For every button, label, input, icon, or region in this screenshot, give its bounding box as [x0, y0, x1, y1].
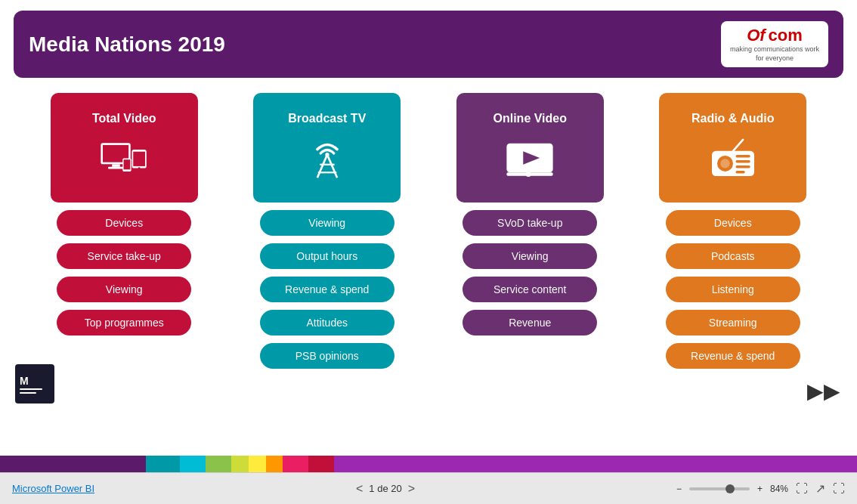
btn-radio-listening[interactable]: Listening [666, 277, 800, 302]
column-radio-audio: Radio & Audio [639, 93, 828, 369]
category-box-total-video[interactable]: Total Video [51, 93, 198, 203]
btn-online-svod-takeup[interactable]: SVoD take-up [463, 210, 597, 236]
column-online-video: Online Video SVoD take-up Viewing Servic… [436, 93, 624, 335]
category-box-radio-audio[interactable]: Radio & Audio [659, 93, 806, 203]
btn-radio-streaming[interactable]: Streaming [666, 310, 800, 335]
category-title-total-video: Total Video [92, 112, 156, 125]
ofcom-logo: Ofcom making communications work for eve… [721, 21, 828, 67]
svg-rect-2 [113, 164, 121, 167]
presenter-box[interactable]: M [15, 364, 54, 404]
category-box-broadcast-tv[interactable]: Broadcast TV [253, 93, 401, 203]
content-area: Total Video [0, 85, 857, 369]
svg-rect-3 [108, 167, 124, 169]
expand-icon[interactable]: ⛶ [833, 482, 845, 496]
btn-total-video-top-programmes[interactable]: Top programmes [57, 310, 191, 335]
btn-broadcast-psb-opinions[interactable]: PSB opinions [260, 343, 394, 369]
svg-point-21 [720, 159, 729, 168]
ofcom-text2: com [769, 26, 803, 45]
btn-total-video-viewing[interactable]: Viewing [57, 277, 191, 302]
btn-broadcast-output-hours[interactable]: Output hours [260, 243, 394, 269]
ofcom-logo-name: Ofcom [747, 26, 803, 45]
svg-rect-5 [134, 152, 146, 166]
zoom-minus[interactable]: − [676, 484, 682, 494]
strip-green [206, 456, 231, 472]
zoom-slider-thumb [726, 484, 735, 493]
svg-point-13 [325, 153, 329, 156]
online-video-icon [503, 131, 556, 184]
next-page-arrow[interactable]: > [408, 482, 415, 496]
presenter-icon[interactable]: M [15, 364, 54, 404]
svg-point-17 [526, 172, 531, 177]
zoom-slider[interactable] [689, 487, 750, 490]
strip-lime [231, 456, 249, 472]
forward-arrows[interactable]: ▶▶ [807, 379, 840, 404]
category-title-online-video: Online Video [493, 112, 568, 125]
broadcast-tv-icon [301, 131, 354, 184]
category-title-broadcast-tv: Broadcast TV [288, 112, 366, 125]
btn-online-service-content[interactable]: Service content [463, 277, 597, 302]
share-icon[interactable]: ↗ [815, 481, 825, 496]
zoom-plus[interactable]: + [757, 484, 763, 494]
controls-bar: Microsoft Power BI < 1 de 20 > − + 84% ⛶… [0, 472, 857, 504]
column-broadcast-tv: Broadcast TV Viewing Outp [234, 93, 422, 369]
main-container: Media Nations 2019 Ofcom making communic… [0, 0, 857, 504]
btn-total-video-service-takeup[interactable]: Service take-up [57, 243, 191, 269]
btn-radio-podcasts[interactable]: Podcasts [666, 243, 800, 269]
color-strip-bar [0, 456, 857, 472]
controls-left: Microsoft Power BI [12, 483, 94, 494]
svg-rect-24 [735, 165, 750, 169]
btn-online-revenue[interactable]: Revenue [463, 310, 597, 335]
color-strip [0, 456, 857, 472]
prev-page-arrow[interactable]: < [356, 482, 363, 496]
strip-orange [266, 456, 283, 472]
fit-screen-icon[interactable]: ⛶ [796, 482, 808, 496]
strip-pink [283, 456, 308, 472]
ofcom-subtitle: making communications work for everyone [730, 45, 819, 63]
zoom-level: 84% [770, 484, 788, 494]
category-title-radio-audio: Radio & Audio [691, 112, 775, 125]
strip-purple [334, 456, 857, 472]
controls-right: − + 84% ⛶ ↗ ⛶ [676, 481, 845, 496]
btn-broadcast-viewing[interactable]: Viewing [260, 210, 394, 236]
svg-rect-23 [735, 160, 750, 163]
radio-audio-icon [707, 131, 760, 184]
svg-point-6 [138, 167, 141, 169]
presenter-line-1 [20, 388, 42, 390]
svg-rect-25 [735, 171, 744, 174]
total-video-icon [97, 131, 150, 184]
slide-area: Total Video [0, 85, 857, 453]
strip-teal [146, 456, 180, 472]
btn-total-video-devices[interactable]: Devices [57, 210, 191, 236]
btn-online-viewing[interactable]: Viewing [463, 243, 597, 269]
category-box-online-video[interactable]: Online Video [456, 93, 604, 203]
btn-radio-devices[interactable]: Devices [666, 210, 800, 236]
strip-red [308, 456, 334, 472]
svg-rect-22 [735, 155, 750, 158]
svg-rect-8 [124, 159, 131, 169]
header: Media Nations 2019 Ofcom making communic… [14, 11, 843, 78]
btn-radio-revenue-spend[interactable]: Revenue & spend [666, 343, 800, 369]
svg-line-9 [317, 155, 327, 178]
strip-yellow [249, 456, 266, 472]
presenter-line-2 [20, 392, 36, 394]
svg-line-10 [327, 155, 337, 178]
controls-center: < 1 de 20 > [356, 482, 415, 496]
svg-line-18 [733, 140, 743, 151]
presenter-lines [20, 388, 42, 394]
powerbi-link[interactable]: Microsoft Power BI [12, 483, 94, 494]
strip-cyan [180, 456, 206, 472]
column-total-video: Total Video [30, 93, 218, 335]
btn-broadcast-revenue-spend[interactable]: Revenue & spend [260, 277, 394, 302]
page-title: Media Nations 2019 [29, 32, 225, 57]
presenter-m-letter: M [20, 375, 29, 387]
page-info: 1 de 20 [369, 483, 401, 494]
btn-broadcast-attitudes[interactable]: Attitudes [260, 310, 394, 335]
strip-purple-dark [0, 456, 146, 472]
ofcom-text: Of [747, 26, 765, 45]
